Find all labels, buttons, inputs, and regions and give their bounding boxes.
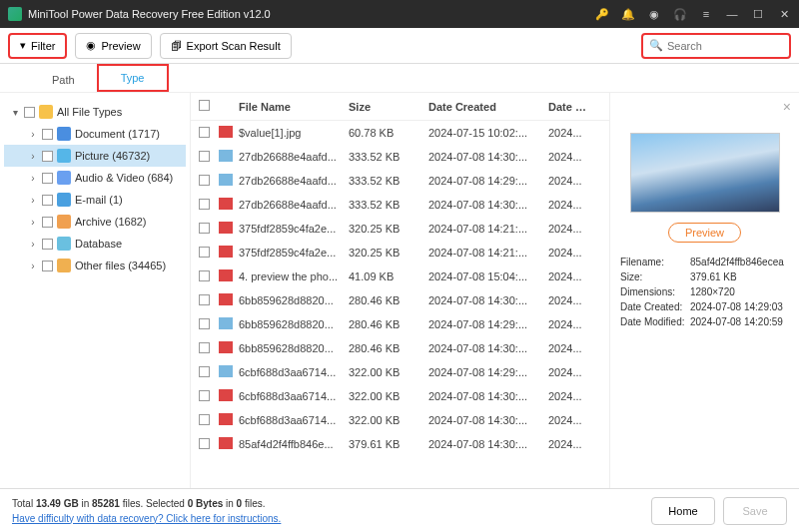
close-icon[interactable]: ✕ [777, 7, 791, 21]
file-modified: 2024... [548, 247, 598, 259]
file-thumb-icon [219, 413, 233, 425]
row-checkbox[interactable] [199, 318, 210, 329]
checkbox[interactable] [42, 173, 53, 184]
app-logo-icon [8, 7, 22, 21]
row-checkbox[interactable] [199, 390, 210, 401]
file-row[interactable]: 6bb859628d8820...280.46 KB2024-07-08 14:… [191, 336, 609, 360]
tree-root-label: All File Types [57, 106, 122, 118]
chevron-right-icon[interactable]: › [28, 173, 38, 184]
meta-filename-val: 85af4d2f4ffb846ecea [690, 257, 789, 267]
meta-dim-key: Dimensions: [620, 286, 690, 297]
file-row[interactable]: 27db26688e4aafd...333.52 KB2024-07-08 14… [191, 169, 609, 193]
chevron-right-icon[interactable]: › [28, 195, 38, 206]
preview-label: Preview [101, 40, 140, 52]
col-created[interactable]: Date Created [428, 101, 548, 113]
minimize-icon[interactable]: — [725, 7, 739, 21]
preview-open-button[interactable]: Preview [668, 223, 741, 243]
col-modified[interactable]: Date Modif [548, 101, 598, 113]
checkbox[interactable] [42, 195, 53, 206]
save-button[interactable]: Save [723, 497, 787, 525]
row-checkbox[interactable] [199, 294, 210, 305]
file-row[interactable]: 85af4d2f4ffb846e...379.61 KB2024-07-08 1… [191, 432, 609, 456]
select-all-checkbox[interactable] [199, 100, 210, 111]
col-size[interactable]: Size [349, 101, 428, 113]
menu-icon[interactable]: ≡ [699, 7, 713, 21]
maximize-icon[interactable]: ☐ [751, 7, 765, 21]
tree-item[interactable]: ›Other files (34465) [4, 255, 186, 276]
close-preview-icon[interactable]: × [783, 99, 791, 115]
globe-icon[interactable]: ◉ [647, 7, 661, 21]
meta-filename-key: Filename: [620, 257, 690, 267]
file-row[interactable]: $value[1].jpg60.78 KB2024-07-15 10:02:..… [191, 121, 609, 145]
file-size: 322.00 KB [349, 414, 428, 426]
chevron-right-icon[interactable]: › [28, 261, 38, 271]
checkbox[interactable] [42, 151, 53, 162]
file-row[interactable]: 375fdf2859c4fa2e...320.25 KB2024-07-08 1… [191, 241, 609, 265]
row-checkbox[interactable] [199, 151, 210, 162]
file-row[interactable]: 375fdf2859c4fa2e...320.25 KB2024-07-08 1… [191, 217, 609, 241]
tree-item[interactable]: ›Picture (46732) [4, 145, 186, 167]
file-name: $value[1].jpg [239, 127, 349, 139]
chevron-right-icon[interactable]: › [28, 239, 38, 250]
file-modified: 2024... [548, 175, 598, 187]
search-input[interactable] [667, 40, 783, 52]
row-checkbox[interactable] [199, 366, 210, 377]
preview-thumbnail [630, 133, 780, 213]
filter-button[interactable]: ▾ Filter [8, 33, 67, 59]
row-checkbox[interactable] [199, 270, 210, 281]
row-checkbox[interactable] [199, 175, 210, 186]
file-row[interactable]: 6bb859628d8820...280.46 KB2024-07-08 14:… [191, 288, 609, 312]
tab-path[interactable]: Path [30, 68, 97, 92]
checkbox[interactable] [42, 261, 53, 271]
file-row[interactable]: 27db26688e4aafd...333.52 KB2024-07-08 14… [191, 193, 609, 217]
preview-button[interactable]: ◉ Preview [75, 33, 151, 59]
bell-icon[interactable]: 🔔 [621, 7, 635, 21]
tree-item[interactable]: ›Audio & Video (684) [4, 167, 186, 189]
row-checkbox[interactable] [199, 414, 210, 425]
chevron-right-icon[interactable]: › [28, 217, 38, 228]
file-row[interactable]: 6cbf688d3aa6714...322.00 KB2024-07-08 14… [191, 408, 609, 432]
file-created: 2024-07-08 14:30:... [428, 414, 548, 426]
row-checkbox[interactable] [199, 223, 210, 234]
row-checkbox[interactable] [199, 247, 210, 258]
file-name: 27db26688e4aafd... [239, 199, 349, 211]
col-filename[interactable]: File Name [239, 101, 349, 113]
tree-root[interactable]: ▾ All File Types [4, 101, 186, 123]
file-size: 322.00 KB [349, 366, 428, 378]
tree-item[interactable]: ›Database [4, 233, 186, 255]
help-link[interactable]: Have difficulty with data recovery? Clic… [12, 513, 281, 524]
home-button[interactable]: Home [651, 497, 715, 525]
file-row[interactable]: 27db26688e4aafd...333.52 KB2024-07-08 14… [191, 145, 609, 169]
search-box[interactable]: 🔍 [641, 33, 791, 59]
chevron-right-icon[interactable]: › [28, 129, 38, 140]
file-modified: 2024... [548, 342, 598, 354]
row-checkbox[interactable] [199, 127, 210, 138]
headset-icon[interactable]: 🎧 [673, 7, 687, 21]
file-modified: 2024... [548, 151, 598, 163]
file-row[interactable]: 6bb859628d8820...280.46 KB2024-07-08 14:… [191, 312, 609, 336]
tab-type[interactable]: Type [97, 64, 169, 92]
file-thumb-icon [219, 365, 233, 377]
file-row[interactable]: 6cbf688d3aa6714...322.00 KB2024-07-08 14… [191, 360, 609, 384]
file-row[interactable]: 4. preview the pho...41.09 KB2024-07-08 … [191, 265, 609, 288]
checkbox[interactable] [42, 129, 53, 140]
tree-item[interactable]: ›Archive (1682) [4, 211, 186, 233]
row-checkbox[interactable] [199, 438, 210, 449]
key-icon[interactable]: 🔑 [595, 7, 609, 21]
export-button[interactable]: 🗐 Export Scan Result [160, 33, 292, 59]
file-name: 6cbf688d3aa6714... [239, 390, 349, 402]
tree-item[interactable]: ›E-mail (1) [4, 189, 186, 211]
row-checkbox[interactable] [199, 342, 210, 353]
filter-label: Filter [31, 40, 55, 52]
tree-item[interactable]: ›Document (1717) [4, 123, 186, 145]
checkbox[interactable] [24, 107, 35, 118]
row-checkbox[interactable] [199, 199, 210, 210]
tree-item-label: Archive (1682) [75, 216, 147, 228]
chevron-right-icon[interactable]: › [28, 151, 38, 162]
file-thumb-icon [219, 437, 233, 449]
checkbox[interactable] [42, 217, 53, 228]
checkbox[interactable] [42, 239, 53, 250]
chevron-down-icon[interactable]: ▾ [10, 107, 20, 118]
file-row[interactable]: 6cbf688d3aa6714...322.00 KB2024-07-08 14… [191, 384, 609, 408]
file-name: 6cbf688d3aa6714... [239, 366, 349, 378]
